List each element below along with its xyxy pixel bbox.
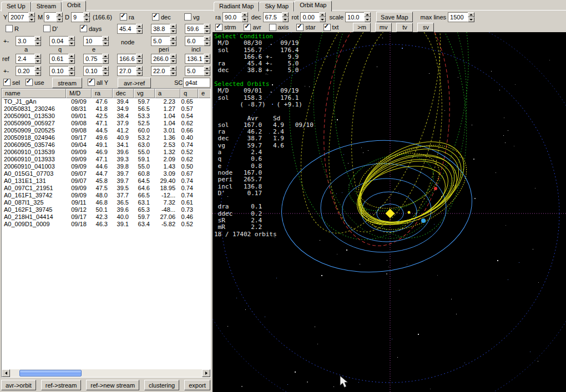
table-row[interactable]: 20060910_01393309/0947.139.359.12.090.62 [2, 156, 210, 163]
table-row[interactable]: 20060905_03574609/0449.134.163.02.530.74 [2, 141, 210, 149]
spin-up-button[interactable] [83, 12, 90, 17]
max-lines-spinner[interactable]: 1500 [448, 12, 474, 22]
table-row[interactable]: A0_161F1_3974209/0948.037.766.5-12...0.7… [2, 192, 210, 199]
button--m[interactable]: >m [353, 23, 371, 32]
table-row[interactable]: 20050909_00592709/0847.137.952.51.040.62 [2, 120, 210, 127]
dec-checkbox[interactable]: dec [152, 13, 171, 21]
column-header-q[interactable]: q [180, 89, 198, 98]
sc-input[interactable] [183, 78, 210, 88]
ref-e-tol-spinner[interactable]: 0.10 [83, 66, 109, 76]
spin-down-button[interactable] [102, 41, 109, 46]
txt-checkbox[interactable]: txt [324, 24, 339, 31]
dprime-tol-spinner[interactable]: 0.04 [49, 36, 75, 46]
spin-down-button[interactable] [34, 59, 41, 64]
days-checkbox[interactable]: days [80, 25, 102, 32]
button-clustering[interactable]: clustering [144, 380, 179, 390]
spin-down-button[interactable] [468, 17, 474, 22]
ref-node-spinner[interactable]: 166.6 [117, 54, 143, 64]
spin-up-button[interactable] [170, 66, 176, 71]
dec-value-spinner[interactable]: 38.8 [151, 24, 176, 34]
ref-peri-spinner[interactable]: 266.0 [151, 54, 176, 64]
map-rot-spinner[interactable]: 0.00 [300, 12, 326, 22]
ref-node-tol-spinner[interactable]: 27.0 [117, 66, 143, 76]
spin-down-button[interactable] [136, 59, 143, 64]
ref-q-spinner[interactable]: 0.61 [49, 54, 75, 64]
map-dec-spinner[interactable]: 67.5 [263, 12, 289, 22]
spin-down-button[interactable] [68, 59, 75, 64]
scroll-right-button[interactable] [202, 369, 210, 377]
days-tol-spinner[interactable]: 10 [83, 36, 109, 46]
ref-incl-tol-spinner[interactable]: 5.0 [185, 66, 210, 76]
spin-up-button[interactable] [364, 12, 371, 17]
spin-down-button[interactable] [204, 59, 210, 64]
table-row[interactable]: 20050831_23024608/3141.834.956.51.270.57 [2, 105, 210, 113]
ref-e-spinner[interactable]: 0.75 [83, 54, 109, 64]
column-header-dec[interactable]: dec [113, 89, 134, 98]
spin-down-button[interactable] [319, 17, 326, 22]
spin-down-button[interactable] [28, 17, 35, 22]
spin-down-button[interactable] [68, 71, 75, 76]
table-row[interactable]: 20050918_02494609/1749.640.953.21.360.40 [2, 134, 210, 141]
spin-down-button[interactable] [136, 71, 143, 76]
spin-up-button[interactable] [204, 66, 210, 71]
spin-down-button[interactable] [241, 17, 248, 22]
button-avr-orbit[interactable]: avr->orbit [1, 380, 36, 390]
stream-button[interactable]: stream [52, 78, 82, 88]
tab-orbit[interactable]: Orbit [62, 1, 86, 12]
ref-a-tol-spinner[interactable]: 0.20 [16, 66, 41, 76]
button-ref-stream[interactable]: ref->stream [41, 380, 82, 390]
vg-checkbox[interactable]: vg [184, 13, 200, 21]
spin-up-button[interactable] [102, 66, 109, 71]
spin-up-button[interactable] [319, 12, 326, 17]
table-row[interactable]: A0_131E1_13109/0745.839.764.529.400.74 [2, 177, 210, 185]
column-header-a[interactable]: a [155, 89, 180, 98]
spin-down-button[interactable] [83, 17, 90, 22]
table-row[interactable]: A0_218H1_0441409/1742.340.059.727.060.46 [2, 213, 210, 221]
ref-peri-tol-spinner[interactable]: 22.0 [151, 66, 176, 76]
tab-stream[interactable]: Stream [31, 2, 62, 12]
scroll-thumb[interactable] [19, 370, 82, 376]
spin-down-button[interactable] [170, 71, 176, 76]
table-row[interactable]: A0_015G1_0770309/0744.739.760.83.090.67 [2, 170, 210, 177]
tab-radiant-map[interactable]: Radiant Map [214, 2, 259, 12]
axis-checkbox[interactable]: axis [269, 24, 289, 31]
all-y-checkbox[interactable]: all Y [88, 79, 108, 86]
column-header-e[interactable]: e [198, 89, 211, 98]
avr-checkbox[interactable]: avr [244, 24, 261, 31]
spin-down-button[interactable] [34, 71, 41, 76]
spin-up-button[interactable] [204, 24, 210, 29]
spin-down-button[interactable] [170, 41, 176, 46]
spin-up-button[interactable] [102, 36, 109, 41]
day-spinner[interactable]: 9 [71, 12, 90, 22]
orbit-map-canvas[interactable]: Select Condition M/D 08/30 . 09/19 sol 1… [213, 32, 566, 392]
table-row[interactable]: TO_J1_gAn09/0947.639.459.72.230.65 [2, 98, 210, 105]
table-row[interactable]: A0_162F1_3974509/1250.139.665.3-48...0.7… [2, 206, 210, 213]
column-header-m-d[interactable]: M/D [66, 89, 92, 98]
column-header-ra[interactable]: ra [92, 89, 113, 98]
spin-down-button[interactable] [136, 29, 143, 34]
vg-value-spinner[interactable]: 59.6 [185, 24, 210, 34]
spin-down-button[interactable] [56, 17, 63, 22]
ref-a-spinner[interactable]: 2.4 [16, 54, 41, 64]
spin-up-button[interactable] [468, 12, 474, 17]
year-spinner[interactable]: 2007 [8, 12, 35, 22]
spin-up-button[interactable] [204, 54, 210, 59]
use-checkbox[interactable]: use [26, 79, 44, 86]
spin-down-button[interactable] [204, 71, 210, 76]
spin-up-button[interactable] [68, 54, 75, 59]
table-row[interactable]: 20050909_02052509/0844.541.260.03.010.66 [2, 127, 210, 134]
spin-down-button[interactable] [102, 59, 109, 64]
table-row[interactable]: 20060910_04100309/0944.639.855.01.430.50 [2, 163, 210, 170]
tab-orbit-map[interactable]: Orbit Map [294, 1, 332, 12]
spin-up-button[interactable] [56, 12, 63, 17]
r-tol-spinner[interactable]: 3.0 [16, 36, 41, 46]
spin-up-button[interactable] [136, 24, 143, 29]
scroll-left-button[interactable] [2, 369, 10, 377]
table-row[interactable]: 20050901_01353009/0142.538.453.31.040.54 [2, 113, 210, 120]
spin-down-button[interactable] [68, 41, 75, 46]
ref-q-tol-spinner[interactable]: 0.10 [49, 66, 75, 76]
spin-up-button[interactable] [34, 66, 41, 71]
avr-to-ref-button[interactable]: avr->ref [118, 78, 151, 88]
r-checkbox[interactable]: R [6, 25, 19, 32]
spin-down-button[interactable] [170, 29, 176, 34]
